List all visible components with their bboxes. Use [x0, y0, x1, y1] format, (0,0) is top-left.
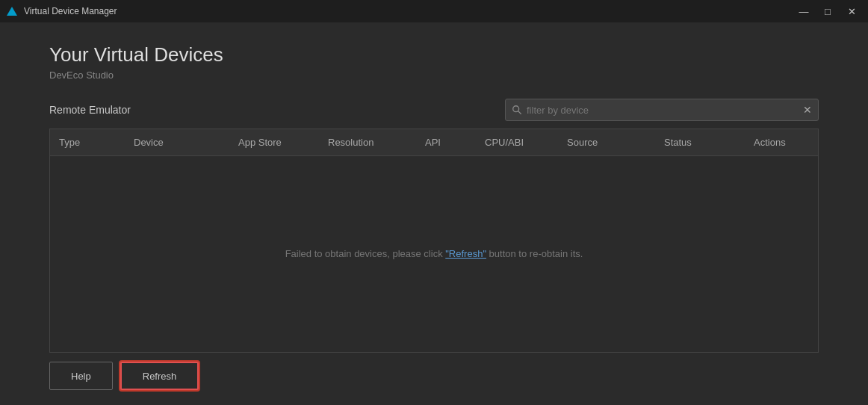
empty-message-text: Failed to obtain devices, please click [285, 248, 446, 259]
search-box: ✕ [505, 99, 819, 121]
table-header-cell: Type [50, 129, 125, 155]
app-icon [6, 5, 18, 17]
page-subtitle: DevEco Studio [49, 69, 819, 81]
table-header-cell: Device [125, 129, 229, 155]
section-title: Remote Emulator [49, 104, 131, 116]
help-button[interactable]: Help [49, 362, 113, 390]
table-header: TypeDeviceApp StoreResolutionAPICPU/ABIS… [50, 129, 818, 156]
bottom-bar: Help Refresh [49, 353, 819, 390]
title-bar: Virtual Device Manager — □ ✕ [0, 0, 868, 22]
table-header-cell: Status [655, 129, 745, 155]
page-title: Your Virtual Devices [49, 43, 819, 67]
search-input[interactable] [527, 105, 800, 116]
table-header-cell: Source [558, 129, 655, 155]
main-content: Your Virtual Devices DevEco Studio Remot… [0, 22, 868, 405]
table-header-cell: CPU/ABI [476, 129, 558, 155]
svg-marker-0 [7, 7, 17, 16]
minimize-button[interactable]: — [793, 4, 814, 19]
empty-message-suffix: button to re-obtain its. [486, 248, 583, 259]
empty-refresh-link[interactable]: "Refresh" [445, 248, 486, 259]
title-bar-left: Virtual Device Manager [6, 5, 117, 17]
maximize-button[interactable]: □ [817, 4, 838, 19]
section-header: Remote Emulator ✕ [49, 99, 819, 121]
table-body: Failed to obtain devices, please click "… [50, 156, 818, 350]
title-bar-controls: — □ ✕ [793, 4, 862, 19]
refresh-button[interactable]: Refresh [120, 362, 199, 390]
table-header-cell: Actions [745, 129, 819, 155]
title-bar-title: Virtual Device Manager [24, 6, 117, 16]
search-icon [512, 105, 522, 115]
empty-message: Failed to obtain devices, please click "… [285, 248, 583, 259]
device-table: TypeDeviceApp StoreResolutionAPICPU/ABIS… [49, 129, 819, 353]
search-clear-button[interactable]: ✕ [803, 105, 812, 115]
table-header-cell: Resolution [319, 129, 416, 155]
close-button[interactable]: ✕ [841, 4, 862, 19]
svg-line-2 [518, 111, 521, 114]
table-header-cell: App Store [229, 129, 319, 155]
table-header-cell: API [416, 129, 476, 155]
